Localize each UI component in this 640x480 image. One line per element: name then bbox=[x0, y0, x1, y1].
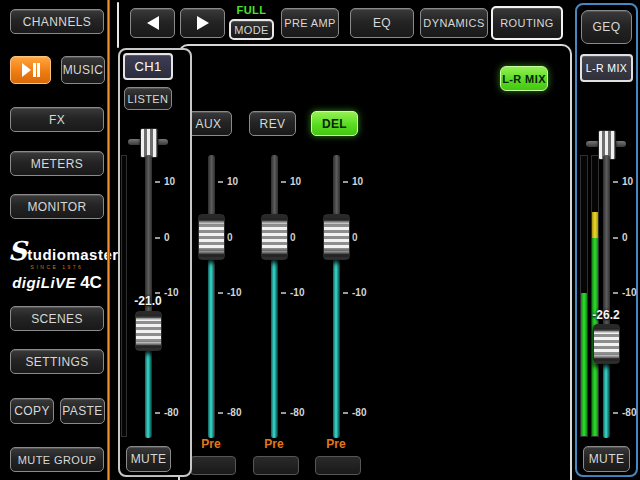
mixer-app: CHANNELS MUSIC FX METERS MONITOR Studiom… bbox=[0, 0, 640, 480]
channel-fader-cap[interactable] bbox=[135, 311, 162, 351]
brand-logo: Studiomaster SINCE 1976 digiLiVE4C bbox=[8, 238, 106, 293]
mode-button[interactable]: MODE bbox=[229, 19, 274, 40]
channel-tick-10: 10 bbox=[155, 176, 187, 187]
send2-tick-10: 10 bbox=[281, 176, 313, 187]
channel-tick-0: 0 bbox=[155, 232, 187, 243]
rev-label: REV bbox=[260, 117, 286, 131]
listen-label: LISTEN bbox=[128, 93, 169, 105]
music-label: MUSIC bbox=[63, 63, 104, 77]
master-name: L-R MIX bbox=[586, 62, 627, 74]
next-channel-button[interactable] bbox=[180, 8, 225, 38]
tab-eq[interactable]: EQ bbox=[350, 8, 414, 38]
geq-label: GEQ bbox=[593, 20, 621, 34]
channel-name: CH1 bbox=[134, 59, 161, 74]
send3-fader-cap[interactable] bbox=[323, 214, 350, 260]
sidebar-item-music[interactable]: MUSIC bbox=[61, 56, 105, 84]
preamp-label: PRE AMP bbox=[284, 17, 336, 29]
master-meter-right-peak bbox=[592, 212, 598, 238]
tab-preamp[interactable]: PRE AMP bbox=[281, 8, 339, 38]
send2-pre-label: Pre bbox=[252, 437, 296, 451]
channel-tick-m80: -80 bbox=[155, 407, 187, 418]
master-mute-button[interactable]: MUTE bbox=[583, 446, 630, 472]
mode-control: FULL MODE bbox=[228, 4, 275, 42]
product-logo: digiLiVE4C bbox=[8, 273, 106, 293]
send3-tick-m80: -80 bbox=[343, 407, 375, 418]
master-tick-m80: -80 bbox=[613, 407, 640, 418]
destination-badge[interactable]: L-R MIX bbox=[500, 66, 548, 91]
settings-label: SETTINGS bbox=[25, 355, 88, 369]
listen-button[interactable]: LISTEN bbox=[124, 87, 172, 110]
send2-fader-fill bbox=[271, 258, 277, 438]
master-fader-fill bbox=[603, 362, 609, 438]
product-name: digiLiVE bbox=[12, 274, 76, 291]
geq-button[interactable]: GEQ bbox=[581, 10, 632, 44]
master-tick-10: 10 bbox=[613, 176, 640, 187]
sidebar-item-scenes[interactable]: SCENES bbox=[10, 306, 104, 331]
paste-label: PASTE bbox=[62, 404, 102, 418]
product-model: 4C bbox=[80, 273, 102, 292]
play-pause-button[interactable] bbox=[10, 56, 51, 84]
copy-button[interactable]: COPY bbox=[10, 398, 54, 424]
master-fader-cap[interactable] bbox=[593, 324, 620, 364]
send1-tick-m80: -80 bbox=[218, 407, 250, 418]
aux-label: AUX bbox=[196, 117, 222, 131]
channel-pan-knob[interactable] bbox=[140, 128, 158, 158]
channel-mute-button[interactable]: MUTE bbox=[126, 446, 171, 472]
send2-fader-cap[interactable] bbox=[261, 214, 288, 260]
routing-label: ROUTING bbox=[500, 17, 554, 29]
sidebar-item-meters[interactable]: METERS bbox=[10, 151, 104, 176]
eq-label: EQ bbox=[373, 16, 391, 30]
rev-sends-button[interactable]: REV bbox=[249, 111, 296, 136]
brand-name: Studiomaster bbox=[8, 238, 106, 264]
sidebar-item-fx[interactable]: FX bbox=[10, 107, 104, 132]
sidebar-item-monitor[interactable]: MONITOR bbox=[10, 194, 104, 219]
mute-group-label: MUTE GROUP bbox=[18, 454, 97, 466]
monitor-label: MONITOR bbox=[27, 200, 86, 214]
master-tick-0: 0 bbox=[613, 232, 640, 243]
channel-fader-fill bbox=[145, 350, 151, 438]
copy-label: COPY bbox=[14, 404, 50, 418]
fx-label: FX bbox=[49, 113, 65, 127]
left-arrow-icon bbox=[147, 16, 159, 30]
destination-badge-label: L-R MIX bbox=[502, 73, 546, 85]
send1-fader-fill bbox=[208, 258, 214, 438]
tab-routing[interactable]: ROUTING bbox=[491, 6, 563, 40]
aux-sends-button[interactable]: AUX bbox=[185, 111, 232, 136]
del-label: DEL bbox=[322, 117, 347, 131]
mode-label: MODE bbox=[234, 24, 269, 36]
sidebar-item-channels[interactable]: CHANNELS bbox=[10, 9, 104, 34]
scenes-label: SCENES bbox=[31, 312, 83, 326]
master-select-button[interactable]: L-R MIX bbox=[580, 54, 633, 82]
send2-option-box[interactable] bbox=[253, 456, 299, 475]
channels-label: CHANNELS bbox=[23, 15, 92, 29]
master-tick-m10: -10 bbox=[613, 287, 640, 298]
channel-select-button[interactable]: CH1 bbox=[123, 53, 173, 80]
send1-tick-m10: -10 bbox=[218, 287, 250, 298]
send3-fader-fill bbox=[333, 258, 339, 438]
send2-tick-m10: -10 bbox=[281, 287, 313, 298]
play-pause-icon bbox=[22, 63, 40, 77]
mute-group-button[interactable]: MUTE GROUP bbox=[10, 447, 104, 472]
channel-fader-value: -21.0 bbox=[125, 294, 171, 308]
sidebar: CHANNELS MUSIC FX METERS MONITOR Studiom… bbox=[0, 0, 107, 480]
sidebar-item-settings[interactable]: SETTINGS bbox=[10, 349, 104, 374]
dynamics-label: DYNAMICS bbox=[423, 17, 484, 29]
send3-option-box[interactable] bbox=[315, 456, 361, 475]
prev-channel-button[interactable] bbox=[130, 8, 175, 38]
sidebar-divider bbox=[107, 0, 110, 480]
toolbar-divider bbox=[117, 2, 119, 48]
send2-tick-m80: -80 bbox=[281, 407, 313, 418]
send1-fader-cap[interactable] bbox=[198, 214, 225, 260]
send3-tick-m10: -10 bbox=[343, 287, 375, 298]
send1-pre-label: Pre bbox=[189, 437, 233, 451]
tab-dynamics[interactable]: DYNAMICS bbox=[420, 8, 488, 38]
send1-option-box[interactable] bbox=[190, 456, 236, 475]
send3-tick-10: 10 bbox=[343, 176, 375, 187]
mode-state: FULL bbox=[228, 4, 275, 16]
paste-button[interactable]: PASTE bbox=[60, 398, 105, 424]
right-arrow-icon bbox=[197, 16, 209, 30]
send3-pre-label: Pre bbox=[314, 437, 358, 451]
channel-mute-label: MUTE bbox=[131, 452, 167, 466]
del-sends-button[interactable]: DEL bbox=[311, 111, 358, 136]
meters-label: METERS bbox=[31, 157, 83, 171]
